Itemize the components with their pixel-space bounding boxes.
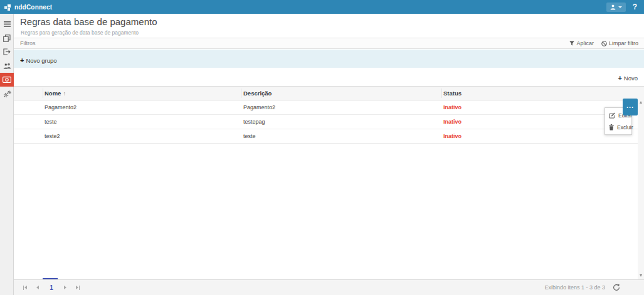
plus-icon: + xyxy=(20,58,24,63)
slash-circle-icon xyxy=(601,41,607,46)
sidebar xyxy=(0,14,14,295)
filter-actions: Aplicar Limpar filtro xyxy=(569,40,638,46)
row-actions-button[interactable]: ... xyxy=(623,99,638,115)
first-page-icon xyxy=(24,286,27,289)
status-badge: Inativo xyxy=(443,129,462,143)
user-icon xyxy=(610,4,616,10)
cell-nome: teste2 xyxy=(45,129,60,143)
trash-icon xyxy=(609,124,614,131)
first-page-icon xyxy=(23,286,24,290)
help-button[interactable]: ? xyxy=(631,3,639,11)
column-header-descricao[interactable]: Descrição xyxy=(243,87,272,100)
clear-filter-label: Limpar filtro xyxy=(609,40,638,46)
pager-bar: 1 Exibindo itens 1 - 3 de 3 xyxy=(14,279,644,295)
cell-descricao: testepag xyxy=(243,115,265,129)
cell-descricao: teste xyxy=(243,129,256,143)
pager-info: Exibindo itens 1 - 3 de 3 xyxy=(544,280,605,295)
new-group-button[interactable]: + Novo grupo xyxy=(20,57,57,64)
table-row[interactable]: teste2 teste Inativo xyxy=(14,129,644,144)
sidebar-item-documents[interactable] xyxy=(0,31,14,45)
column-header-nome[interactable]: Nome ↑ xyxy=(45,87,66,100)
status-badge: Inativo xyxy=(443,100,462,114)
sidebar-item-users[interactable] xyxy=(0,59,14,72)
topbar: nddConnect ? xyxy=(0,0,644,14)
clear-filter-button[interactable]: Limpar filtro xyxy=(601,40,638,46)
vertical-scrollbar[interactable] xyxy=(638,99,644,279)
app-window: nddConnect ? xyxy=(0,0,644,295)
status-badge: Inativo xyxy=(443,115,462,129)
cell-descricao: Pagamento2 xyxy=(243,100,275,114)
filters-title: Filtros xyxy=(20,40,36,46)
brand-name[interactable]: nddConnect xyxy=(14,4,52,11)
signout-icon xyxy=(3,48,11,55)
next-page-icon xyxy=(64,286,66,289)
gears-icon xyxy=(3,90,11,98)
apply-filter-button[interactable]: Aplicar xyxy=(569,40,594,46)
page-subtitle: Regras para geração de data base de paga… xyxy=(21,30,139,36)
sidebar-item-payment-rules[interactable] xyxy=(0,73,14,87)
column-label: Nome xyxy=(45,90,61,97)
filter-panel: + Novo grupo xyxy=(14,50,644,68)
topbar-actions: ? xyxy=(606,3,639,12)
prev-page-icon xyxy=(36,286,39,289)
user-menu-button[interactable] xyxy=(606,3,626,12)
last-page-button[interactable] xyxy=(71,282,84,292)
new-group-label: Novo grupo xyxy=(26,57,56,64)
menu-item-label: Excluir xyxy=(617,124,633,131)
column-label: Status xyxy=(443,90,462,97)
scroll-up-icon[interactable] xyxy=(640,101,642,104)
edit-icon xyxy=(609,112,615,119)
refresh-button[interactable] xyxy=(613,284,620,291)
cell-nome: Pagamento2 xyxy=(45,100,77,114)
filter-bar: Filtros Aplicar Limpar filtro xyxy=(14,38,644,49)
sidebar-item-exit[interactable] xyxy=(0,45,14,58)
cell-nome: teste xyxy=(45,115,57,129)
scroll-down-icon[interactable] xyxy=(640,274,642,277)
plus-icon: + xyxy=(618,75,621,81)
hamburger-icon xyxy=(4,21,11,27)
prev-page-button[interactable] xyxy=(31,282,44,292)
current-page-indicator xyxy=(43,278,58,279)
ellipsis-icon: ... xyxy=(626,102,634,109)
chevron-down-icon xyxy=(618,6,622,8)
new-button[interactable]: + Novo xyxy=(618,75,638,82)
column-divider xyxy=(241,88,241,98)
sidebar-item-settings[interactable] xyxy=(0,87,14,100)
first-page-button[interactable] xyxy=(19,282,31,292)
brand-logo-icon[interactable] xyxy=(4,4,11,11)
banknote-icon xyxy=(3,77,11,83)
sidebar-item-menu-toggle[interactable] xyxy=(0,18,14,31)
table-row[interactable]: Pagamento2 Pagamento2 Inativo xyxy=(14,100,644,115)
new-button-label: Novo xyxy=(624,75,638,82)
current-page-button[interactable]: 1 xyxy=(44,284,59,291)
next-page-button[interactable] xyxy=(59,282,71,292)
column-label: Descrição xyxy=(243,90,272,97)
apply-filter-label: Aplicar xyxy=(576,40,594,46)
last-page-icon xyxy=(79,286,80,290)
last-page-icon xyxy=(76,286,78,289)
sort-asc-icon: ↑ xyxy=(63,90,66,97)
users-icon xyxy=(3,63,11,69)
funnel-icon xyxy=(569,41,574,46)
pager-controls: 1 xyxy=(19,280,84,295)
pages-icon xyxy=(3,35,11,42)
column-header-status[interactable]: Status xyxy=(443,87,462,100)
page-title: Regras data base de pagamento xyxy=(20,16,157,27)
table-row[interactable]: teste testepag Inativo xyxy=(14,115,644,129)
table-header: Nome ↑ Descrição Status xyxy=(14,86,644,100)
column-divider xyxy=(441,88,442,98)
menu-item-delete[interactable]: Excluir xyxy=(605,121,631,133)
column-divider xyxy=(43,88,43,98)
